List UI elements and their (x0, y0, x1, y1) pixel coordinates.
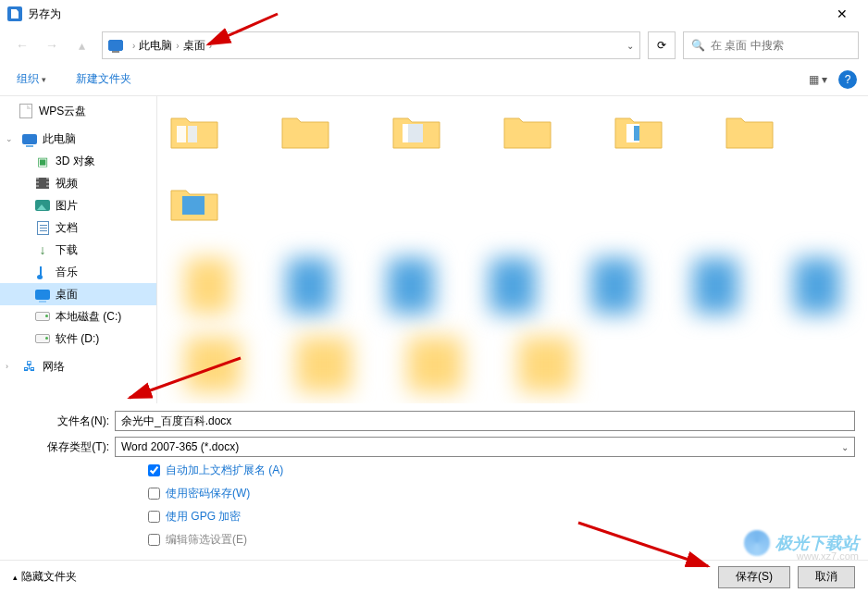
sidebar-label: 视频 (56, 176, 78, 191)
watermark-url: www.xz7.com (797, 550, 859, 562)
checkbox-gpg[interactable] (148, 511, 160, 523)
sidebar-item-wps[interactable]: WPS云盘 (0, 100, 156, 122)
sidebar-item-video[interactable]: 视频 (0, 172, 156, 194)
filename-input[interactable] (115, 411, 855, 431)
sidebar-item-pictures[interactable]: 图片 (0, 194, 156, 216)
cancel-button[interactable]: 取消 (798, 566, 855, 588)
close-button[interactable]: ✕ (824, 0, 861, 28)
footer: ▴隐藏文件夹 保存(S) 取消 (0, 560, 868, 593)
refresh-icon: ⟳ (657, 39, 666, 52)
navbar: ← → ▴ › 此电脑 › 桌面 › ⌄ ⟳ 🔍 (0, 28, 868, 63)
opt-label: 自动加上文档扩展名 (A) (166, 463, 283, 478)
svg-rect-5 (634, 126, 639, 141)
opt-password[interactable]: 使用密码保存(W) (148, 486, 855, 501)
sidebar-label: 文档 (56, 220, 78, 236)
opt-label: 使用密码保存(W) (166, 486, 250, 501)
blurred-row (167, 258, 859, 323)
sidebar-label: 图片 (56, 198, 78, 214)
sidebar-item-pc[interactable]: ⌄此电脑 (0, 128, 156, 150)
file-area[interactable] (157, 96, 868, 403)
watermark: 极光下载站 www.xz7.com (744, 530, 859, 556)
breadcrumb-pc[interactable]: 此电脑 (139, 38, 172, 54)
up-button[interactable]: ▴ (68, 32, 94, 58)
breadcrumb-sep: › (176, 41, 179, 51)
filetype-select[interactable]: Word 2007-365 (*.docx) ⌄ (115, 437, 855, 457)
svg-rect-6 (182, 196, 205, 215)
checkbox-filter[interactable] (148, 534, 160, 546)
hide-folders-button[interactable]: ▴隐藏文件夹 (13, 569, 77, 585)
sidebar-item-drive-c[interactable]: 本地磁盘 (C:) (0, 305, 156, 327)
folder-item[interactable] (389, 109, 444, 154)
sidebar-item-downloads[interactable]: ↓下载 (0, 239, 156, 261)
filetype-label: 保存类型(T): (13, 439, 115, 455)
expand-icon[interactable]: › (6, 362, 17, 371)
hdd-icon (35, 309, 50, 324)
folder-item[interactable] (167, 181, 222, 226)
folder-item[interactable] (167, 109, 222, 154)
folder-item[interactable] (278, 109, 333, 154)
titlebar: 另存为 ✕ (0, 0, 868, 28)
svg-rect-3 (408, 124, 423, 142)
sidebar-item-network[interactable]: ›🖧网络 (0, 355, 156, 377)
sidebar-item-music[interactable]: 音乐 (0, 261, 156, 283)
options-group: 自动加上文档扩展名 (A) 使用密码保存(W) 使用 GPG 加密 编辑筛选设置… (13, 463, 855, 548)
back-button[interactable]: ← (9, 32, 35, 58)
save-button[interactable]: 保存(S) (718, 566, 790, 588)
opt-label: 编辑筛选设置(E) (166, 532, 247, 548)
blurred-row (167, 337, 859, 402)
sidebar-label: 此电脑 (43, 131, 76, 147)
new-folder-button[interactable]: 新建文件夹 (70, 68, 137, 91)
addressbar[interactable]: › 此电脑 › 桌面 › ⌄ (102, 31, 640, 59)
sidebar-item-documents[interactable]: 文档 (0, 216, 156, 239)
folder-item[interactable] (500, 109, 555, 154)
form-area: 文件名(N): 保存类型(T): Word 2007-365 (*.docx) … (0, 403, 868, 559)
sidebar-label: 软件 (D:) (56, 331, 99, 347)
search-input[interactable] (711, 39, 850, 52)
chevron-down-icon: ⌄ (841, 442, 849, 452)
folder-item[interactable] (611, 109, 666, 154)
sidebar-label: 音乐 (56, 265, 78, 280)
address-drop-icon[interactable]: ⌄ (626, 41, 634, 51)
window-title: 另存为 (28, 6, 824, 22)
svg-rect-1 (188, 126, 197, 142)
sidebar-label: 3D 对象 (56, 154, 95, 169)
help-button[interactable]: ? (838, 70, 857, 89)
checkbox-auto-ext[interactable] (148, 464, 160, 476)
network-icon: 🖧 (22, 359, 37, 374)
wps-icon (19, 104, 33, 118)
svg-rect-0 (177, 126, 186, 142)
pc-icon (22, 131, 37, 146)
toolbar: 组织 新建文件夹 ▦ ▾ ? (0, 63, 868, 96)
sidebar-label: 桌面 (56, 287, 78, 303)
doc-icon (7, 6, 22, 21)
breadcrumb-sep: › (132, 41, 135, 51)
desktop-icon (35, 287, 50, 302)
refresh-button[interactable]: ⟳ (648, 31, 676, 59)
sidebar-label: 下载 (56, 242, 78, 258)
chevron-up-icon: ▴ (13, 573, 18, 582)
pc-icon (108, 40, 123, 51)
doc-icon (35, 220, 50, 235)
organize-button[interactable]: 组织 (11, 68, 52, 91)
download-icon: ↓ (35, 242, 50, 257)
sidebar-item-3d[interactable]: ▣3D 对象 (0, 150, 156, 172)
video-icon (35, 176, 50, 191)
folder-item[interactable] (722, 109, 777, 154)
opt-label: 使用 GPG 加密 (166, 509, 241, 525)
sidebar-item-drive-d[interactable]: 软件 (D:) (0, 327, 156, 350)
filetype-value: Word 2007-365 (*.docx) (121, 440, 239, 453)
opt-auto-extension[interactable]: 自动加上文档扩展名 (A) (148, 463, 855, 478)
3d-icon: ▣ (35, 154, 50, 168)
watermark-logo-icon (744, 530, 770, 556)
sidebar-item-desktop[interactable]: 桌面 (0, 283, 156, 305)
breadcrumb-desktop[interactable]: 桌面 (183, 38, 205, 54)
filename-label: 文件名(N): (13, 414, 115, 429)
expand-icon[interactable]: ⌄ (6, 134, 17, 143)
search-box[interactable]: 🔍 (683, 31, 859, 59)
breadcrumb-sep: › (209, 41, 212, 51)
checkbox-password[interactable] (148, 488, 160, 500)
sidebar[interactable]: WPS云盘 ⌄此电脑 ▣3D 对象 视频 图片 文档 ↓下载 音乐 桌面 本地磁… (0, 96, 157, 403)
view-mode-button[interactable]: ▦ ▾ (807, 68, 829, 91)
opt-gpg[interactable]: 使用 GPG 加密 (148, 509, 855, 525)
forward-button[interactable]: → (39, 32, 65, 58)
